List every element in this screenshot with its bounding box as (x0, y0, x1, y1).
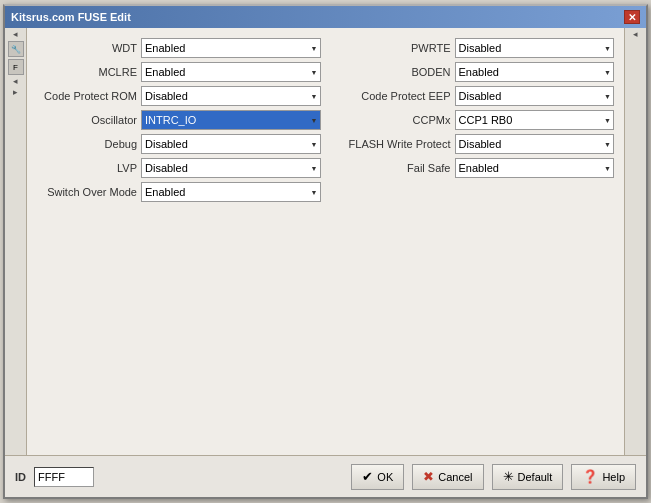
field-select-fail-safe[interactable]: EnabledDisabled (455, 158, 615, 178)
field-label: LVP (37, 162, 137, 174)
select-wrapper: EnabledDisabled (455, 158, 615, 178)
ok-button[interactable]: ✔ OK (351, 464, 404, 490)
bottom-bar: ID ✔ OK ✖ Cancel ✳ Default ❓ Help (5, 455, 646, 497)
select-wrapper: EnabledDisabled (141, 182, 321, 202)
field-label: Oscillator (37, 114, 137, 126)
cancel-icon: ✖ (423, 469, 434, 484)
select-wrapper: CCP1 RB0CCP1 RB3 (455, 110, 615, 130)
field-select-lvp[interactable]: EnabledDisabled (141, 158, 321, 178)
id-input[interactable] (34, 467, 94, 487)
field-select-code-protect-eep[interactable]: EnabledDisabled (455, 86, 615, 106)
right-form-row: Code Protect EEPEnabledDisabled (331, 86, 615, 106)
scroll-right-icon: ▸ (13, 88, 18, 97)
field-label: WDT (37, 42, 137, 54)
default-label: Default (518, 471, 553, 483)
id-label: ID (15, 471, 26, 483)
select-wrapper: EnabledDisabled (141, 86, 321, 106)
left-form-row: Switch Over ModeEnabledDisabled (37, 182, 321, 202)
field-label: Code Protect EEP (331, 90, 451, 102)
left-form-row: Code Protect ROMEnabledDisabled (37, 86, 321, 106)
left-form-row: WDTEnabledDisabled (37, 38, 321, 58)
field-select-mclre[interactable]: EnabledDisabled (141, 62, 321, 82)
select-wrapper: EnabledDisabled (141, 62, 321, 82)
field-label: Fail Safe (331, 162, 451, 174)
left-form-row: MCLREEnabledDisabled (37, 62, 321, 82)
select-wrapper: EnabledDisabled (455, 134, 615, 154)
left-form-row: LVPEnabledDisabled (37, 158, 321, 178)
field-label: MCLRE (37, 66, 137, 78)
field-label: Switch Over Mode (37, 186, 137, 198)
field-label: FLASH Write Protect (331, 138, 451, 150)
help-label: Help (602, 471, 625, 483)
scroll-left-icon[interactable]: ◂ (13, 77, 18, 86)
form-area: WDTEnabledDisabledMCLREEnabledDisabledCo… (37, 38, 614, 445)
field-label: CCPMx (331, 114, 451, 126)
help-button[interactable]: ❓ Help (571, 464, 636, 490)
left-form-row: OscillatorINTRC_IOINTRC_CLKOUTXTHSEC (37, 110, 321, 130)
left-toolbar: ◂ 🔧 F ◂ ▸ (5, 28, 27, 455)
field-select-debug[interactable]: EnabledDisabled (141, 134, 321, 154)
field-label: Debug (37, 138, 137, 150)
ok-label: OK (377, 471, 393, 483)
default-button[interactable]: ✳ Default (492, 464, 564, 490)
tool-icon-1[interactable]: 🔧 (8, 41, 24, 57)
field-select-oscillator[interactable]: INTRC_IOINTRC_CLKOUTXTHSEC (141, 110, 321, 130)
select-wrapper: EnabledDisabled (455, 62, 615, 82)
right-form-row: Fail SafeEnabledDisabled (331, 158, 615, 178)
select-wrapper: EnabledDisabled (141, 38, 321, 58)
main-panel: WDTEnabledDisabledMCLREEnabledDisabledCo… (27, 28, 624, 455)
select-wrapper: EnabledDisabled (455, 86, 615, 106)
field-select-flash-write-protect[interactable]: EnabledDisabled (455, 134, 615, 154)
field-label: Code Protect ROM (37, 90, 137, 102)
right-scroll-up-icon[interactable]: ◂ (633, 30, 638, 39)
left-column: WDTEnabledDisabledMCLREEnabledDisabledCo… (37, 38, 321, 445)
scroll-up-icon[interactable]: ◂ (13, 30, 18, 39)
cancel-button[interactable]: ✖ Cancel (412, 464, 483, 490)
field-select-pwrte[interactable]: EnabledDisabled (455, 38, 615, 58)
ok-icon: ✔ (362, 469, 373, 484)
right-form-row: FLASH Write ProtectEnabledDisabled (331, 134, 615, 154)
default-icon: ✳ (503, 469, 514, 484)
field-select-switch-over-mode[interactable]: EnabledDisabled (141, 182, 321, 202)
close-button[interactable]: ✕ (624, 10, 640, 24)
window-title: Kitsrus.com FUSE Edit (11, 11, 131, 23)
help-icon: ❓ (582, 469, 598, 484)
right-form-row: BODENEnabledDisabled (331, 62, 615, 82)
field-label: BODEN (331, 66, 451, 78)
right-column: PWRTEEnabledDisabledBODENEnabledDisabled… (331, 38, 615, 445)
field-label: PWRTE (331, 42, 451, 54)
select-wrapper: EnabledDisabled (141, 134, 321, 154)
right-toolbar: ◂ (624, 28, 646, 455)
right-form-row: PWRTEEnabledDisabled (331, 38, 615, 58)
cancel-label: Cancel (438, 471, 472, 483)
right-form-row: CCPMxCCP1 RB0CCP1 RB3 (331, 110, 615, 130)
left-form-row: DebugEnabledDisabled (37, 134, 321, 154)
content-area: ◂ 🔧 F ◂ ▸ WDTEnabledDisabledMCLREEnabled… (5, 28, 646, 455)
tool-icon-2[interactable]: F (8, 59, 24, 75)
select-wrapper: EnabledDisabled (141, 158, 321, 178)
select-wrapper: INTRC_IOINTRC_CLKOUTXTHSEC (141, 110, 321, 130)
field-select-code-protect-rom[interactable]: EnabledDisabled (141, 86, 321, 106)
field-select-ccpmx[interactable]: CCP1 RB0CCP1 RB3 (455, 110, 615, 130)
field-select-wdt[interactable]: EnabledDisabled (141, 38, 321, 58)
field-select-boden[interactable]: EnabledDisabled (455, 62, 615, 82)
title-bar: Kitsrus.com FUSE Edit ✕ (5, 6, 646, 28)
main-window: Kitsrus.com FUSE Edit ✕ ◂ 🔧 F ◂ ▸ WDTEna… (3, 4, 648, 499)
select-wrapper: EnabledDisabled (455, 38, 615, 58)
